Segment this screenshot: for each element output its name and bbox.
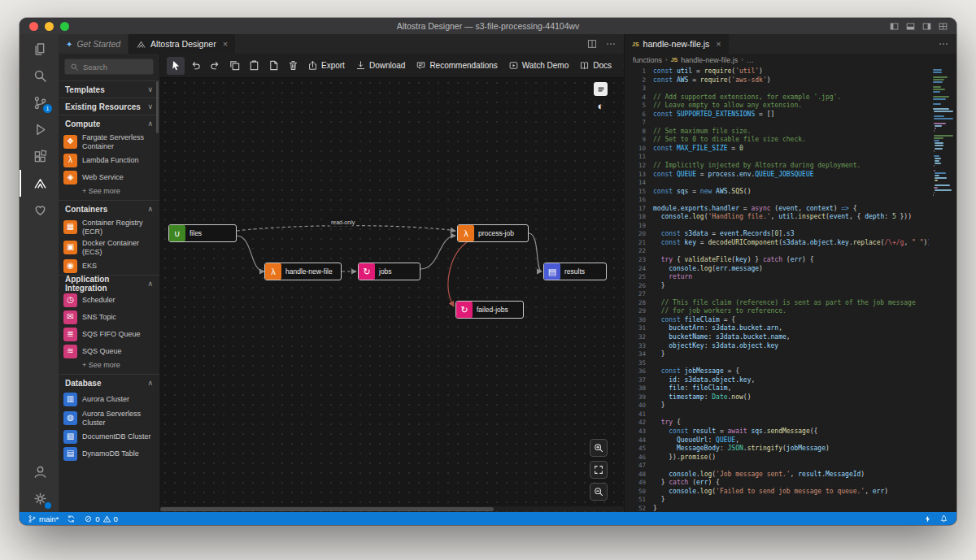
activity-settings[interactable] [20, 485, 59, 512]
node-handle-new-file[interactable]: λhandle-new-file [264, 263, 342, 280]
activity-source-control[interactable]: 1 [20, 89, 59, 116]
see-more-link[interactable]: + See more [59, 186, 159, 200]
close-window-button[interactable] [29, 22, 38, 31]
zoom-window-button[interactable] [60, 22, 69, 31]
undo-button[interactable] [186, 57, 204, 75]
notifications-bell-icon[interactable] [939, 514, 948, 523]
activity-extensions[interactable] [20, 143, 59, 170]
palette-item-scheduler[interactable]: ◷Scheduler [59, 292, 159, 309]
recommendations-button[interactable]: Recommendations [412, 58, 501, 73]
palette-section-containers[interactable]: Containers∧ [59, 200, 159, 217]
palette-section-application-integration[interactable]: Application Integration∧ [59, 275, 159, 292]
palette-item-eks[interactable]: ◉EKS [59, 258, 159, 275]
edge-files-to-handle-new-file[interactable] [237, 236, 264, 271]
palette-item-label: SQS FIFO Queue [82, 330, 141, 339]
new-design-button[interactable] [264, 57, 282, 75]
line-number: 24 [625, 265, 646, 274]
activity-altostra-support[interactable] [20, 197, 59, 224]
fit-view-button[interactable] [590, 461, 608, 479]
canvas-horizontal-scrollbar[interactable] [160, 506, 624, 512]
export-button[interactable]: Export [303, 58, 349, 73]
delete-button[interactable] [284, 57, 302, 75]
activity-accounts[interactable] [20, 458, 59, 485]
toggle-panel-icon[interactable] [905, 21, 916, 32]
notes-button[interactable] [594, 82, 608, 96]
minimap-line [935, 177, 947, 179]
edge-process-job-to-failed-jobs[interactable] [448, 242, 467, 306]
tab-altostra-designer[interactable]: Altostra Designer× [129, 34, 236, 54]
contrast-toggle-button[interactable]: ◐ [598, 101, 604, 111]
more-actions-icon[interactable] [605, 38, 617, 50]
palette-item-aurora-serverless-cluster[interactable]: ◍Aurora Serverless Cluster [59, 408, 159, 428]
minimize-window-button[interactable] [45, 22, 54, 31]
customize-layout-icon[interactable] [938, 21, 948, 32]
palette-item-aurora-cluster[interactable]: ▥Aurora Cluster [59, 391, 159, 408]
copy-button[interactable] [225, 57, 243, 75]
palette-item-docker-container-ecs[interactable]: ▣Docker Container (ECS) [59, 237, 159, 258]
breadcrumb-item[interactable]: functions [633, 56, 662, 64]
branch-indicator[interactable]: main* [28, 514, 59, 523]
palette-item-sqs-queue[interactable]: ≋SQS Queue [59, 343, 159, 360]
feedback-icon[interactable] [923, 514, 932, 523]
activity-explorer[interactable] [20, 36, 59, 63]
edge-process-job-to-results[interactable] [529, 233, 542, 271]
code-line: 52} [625, 505, 929, 512]
palette-item-web-service[interactable]: ◈Web Service [59, 169, 159, 186]
activity-run-and-debug[interactable] [20, 116, 59, 143]
js-icon: JS [632, 41, 639, 47]
activity-altostra[interactable] [20, 170, 59, 197]
redo-button[interactable] [206, 57, 224, 75]
activity-search[interactable] [20, 63, 59, 89]
see-more-link[interactable]: + See more [59, 360, 159, 374]
palette-item-dynamodb-table[interactable]: ▤DynamoDB Table [59, 445, 159, 462]
palette-item-container-registry-ecr[interactable]: ▦Container Registry (ECR) [59, 217, 159, 237]
palette-item-sqs-fifo-queue[interactable]: ≣SQS FIFO Queue [59, 326, 159, 343]
breadcrumb-item[interactable]: handle-new-file.js [681, 56, 738, 64]
node-process-job[interactable]: λprocess-job [457, 224, 529, 242]
close-icon[interactable]: × [223, 39, 228, 49]
sync-indicator[interactable] [67, 514, 76, 523]
toggle-sidebar-icon[interactable] [889, 21, 900, 32]
node-failed-jobs[interactable]: ↻failed-jobs [455, 301, 524, 319]
minimap[interactable] [930, 67, 956, 512]
select-tool-button[interactable] [167, 57, 185, 75]
line-number: 21 [625, 239, 646, 248]
paste-button[interactable] [245, 57, 263, 75]
minimap-line [933, 103, 941, 105]
code-text: } [653, 282, 664, 291]
more-actions-icon[interactable] [938, 38, 949, 50]
toggle-secondary-sidebar-icon[interactable] [922, 21, 932, 32]
tab-handle-new-file-js[interactable]: JShandle-new-file.js× [625, 34, 730, 54]
palette-search-input[interactable]: Search [64, 59, 154, 75]
palette-item-sns-topic[interactable]: ✉SNS Topic [59, 309, 159, 326]
palette-section-existing-resources[interactable]: Existing Resources∨ [59, 98, 159, 115]
edge-jobs-to-process-job[interactable] [420, 236, 455, 269]
zoom-out-button[interactable] [590, 483, 608, 501]
problems-indicator[interactable]: 0 0 [84, 514, 118, 523]
palette-item-lambda-function[interactable]: λLambda Function [59, 152, 159, 169]
palette-section-compute[interactable]: Compute∧ [59, 115, 159, 132]
palette-section-database[interactable]: Database∧ [59, 374, 159, 391]
download-button[interactable]: Download [351, 58, 409, 73]
split-editor-icon[interactable] [586, 38, 598, 50]
warnings-icon [102, 514, 111, 523]
minimap-line [933, 69, 942, 71]
palette-item-documentdb-cluster[interactable]: ▧DocumentDB Cluster [59, 428, 159, 445]
node-results[interactable]: ▤results [543, 263, 607, 280]
palette-item-fargate-serverless-container[interactable]: ❖Fargate Serverless Container [59, 132, 159, 152]
palette-section-templates[interactable]: Templates∨ [59, 80, 159, 98]
node-files[interactable]: ∪files [168, 224, 237, 242]
breadcrumb-item[interactable]: … [747, 56, 754, 64]
zoom-in-button[interactable] [590, 439, 608, 457]
watch-demo-button[interactable]: Watch Demo [504, 58, 573, 73]
docs-button[interactable]: Docs [575, 58, 616, 73]
node-label: process-job [478, 229, 514, 237]
close-icon[interactable]: × [716, 39, 721, 49]
node-jobs[interactable]: ↻jobs [358, 263, 420, 280]
tab-get-started[interactable]: ✦Get Started [59, 34, 129, 54]
edge-files-to-process-job[interactable] [237, 226, 455, 231]
scrollbar-thumb[interactable] [160, 507, 494, 511]
palette-sections: Templates∨Existing Resources∨Compute∧❖Fa… [59, 80, 159, 462]
designer-canvas[interactable]: ∪filesλhandle-new-file↻jobsλprocess-job↻… [160, 78, 624, 512]
code-editor[interactable]: 1const util = require('util')2const AWS … [625, 66, 956, 512]
